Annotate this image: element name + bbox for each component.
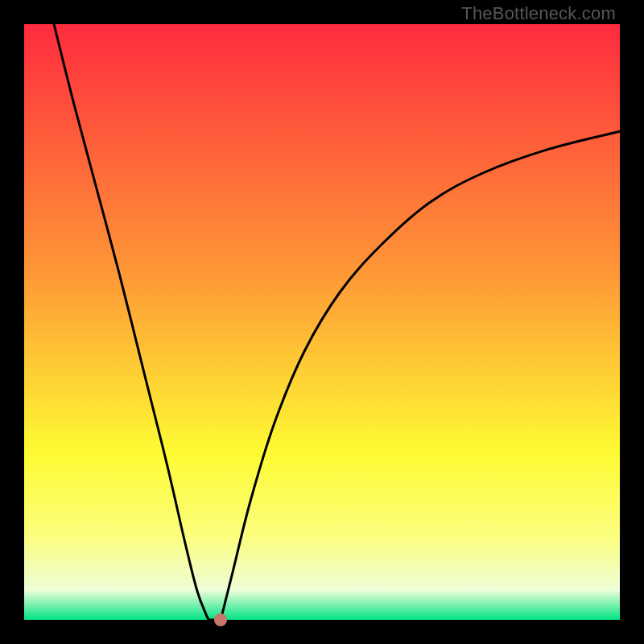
watermark-text: TheBottleneck.com (461, 3, 616, 24)
minimum-marker (214, 613, 227, 626)
gradient-background (24, 24, 620, 620)
chart-frame (24, 24, 620, 620)
chart-svg (24, 24, 620, 620)
